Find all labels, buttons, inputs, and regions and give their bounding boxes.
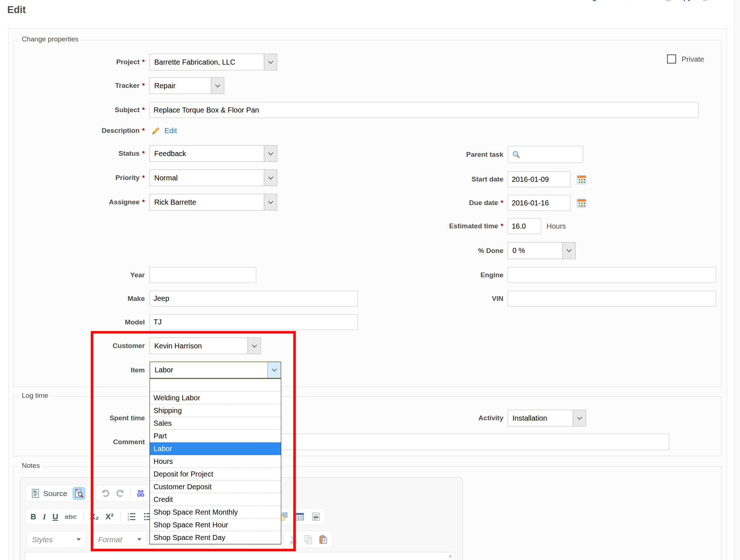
- estimated-time-suffix: Hours: [547, 222, 566, 230]
- status-select[interactable]: Feedback: [150, 145, 277, 162]
- item-option[interactable]: Hours: [150, 455, 281, 468]
- activity-select[interactable]: Installation: [508, 410, 586, 426]
- description-pencil-icon[interactable]: [151, 126, 161, 136]
- project-select[interactable]: Barrette Fabrication, LLC: [150, 54, 277, 70]
- parent-task-input[interactable]: [508, 146, 583, 163]
- subscript-icon[interactable]: X₂: [90, 512, 99, 522]
- pencil-icon: [541, 0, 548, 1]
- vin-input[interactable]: [508, 291, 716, 306]
- due-date-input[interactable]: [508, 195, 571, 211]
- chevron-down-icon: [264, 146, 277, 162]
- model-label: Model: [14, 314, 145, 330]
- make-input[interactable]: [150, 291, 358, 306]
- item-option[interactable]: Part: [150, 430, 281, 442]
- preview-button[interactable]: [73, 487, 85, 500]
- numbered-list-icon[interactable]: 123: [127, 512, 137, 522]
- customer-select[interactable]: Kevin Harrison: [150, 338, 261, 354]
- chevron-down-icon: [573, 410, 586, 426]
- engine-input[interactable]: [508, 267, 716, 283]
- item-option[interactable]: Sales: [150, 417, 281, 430]
- percent-done-label: % Done: [373, 242, 503, 259]
- chevron-down-icon: [562, 242, 575, 259]
- tracker-select[interactable]: Repair: [150, 77, 224, 94]
- vin-label: VIN: [373, 291, 503, 306]
- scroll-up-arrow[interactable]: ∧: [447, 553, 454, 560]
- toolbar-divider: [130, 489, 131, 499]
- start-date-calendar-icon[interactable]: [577, 175, 586, 184]
- horizontal-rule-icon[interactable]: [311, 512, 321, 522]
- item-dropdown-list: Welding LaborShippingSalesPartLaborHours…: [150, 379, 281, 544]
- copy-icon: [664, 0, 671, 1]
- estimated-time-input[interactable]: [508, 218, 541, 234]
- clock-plus-icon: [573, 0, 581, 1]
- notes-textarea[interactable]: ∧: [25, 552, 455, 560]
- log-time-legend: Log time: [19, 392, 51, 400]
- find-replace-icon[interactable]: [136, 489, 146, 498]
- item-option[interactable]: Deposit for Project: [150, 468, 281, 481]
- private-checkbox[interactable]: [667, 54, 676, 64]
- due-date-label: Due date*: [373, 195, 503, 211]
- trash-icon: [701, 0, 709, 1]
- customer-label: Customer: [14, 338, 145, 354]
- styles-dropdown[interactable]: Styles: [26, 531, 86, 548]
- copy-icon[interactable]: [303, 535, 313, 544]
- scrollbar-gutter[interactable]: [734, 0, 740, 560]
- svg-text:3: 3: [127, 518, 129, 521]
- year-input[interactable]: [150, 267, 256, 283]
- cut-icon[interactable]: [289, 535, 298, 544]
- document-search-icon: [74, 489, 84, 498]
- item-option[interactable]: Shop Space Rent Day: [150, 531, 281, 544]
- model-input[interactable]: [150, 314, 358, 330]
- item-option[interactable]: Welding Labor: [150, 392, 281, 404]
- description-edit-link[interactable]: Edit: [164, 127, 177, 135]
- item-select[interactable]: Labor: [150, 361, 281, 379]
- priority-label: Priority*: [14, 169, 145, 186]
- item-option[interactable]: Shop Space Rent Monthly: [150, 506, 281, 519]
- chevron-down-icon: [137, 538, 142, 541]
- log-time-link[interactable]: Log time: [573, 0, 613, 1]
- status-label: Status*: [14, 145, 145, 162]
- copy-link[interactable]: Copy: [664, 0, 692, 1]
- item-option[interactable]: Credit: [150, 493, 281, 506]
- issue-edit-page: Edit Log time Watch Copy Delete Edit Cha…: [0, 0, 740, 560]
- subject-input[interactable]: [150, 102, 699, 118]
- assignee-select[interactable]: Rick Barrette: [150, 194, 277, 210]
- notes-legend: Notes: [19, 462, 43, 470]
- chevron-down-icon: [211, 78, 224, 94]
- watch-link[interactable]: Watch: [623, 0, 654, 1]
- paste-icon[interactable]: [318, 535, 328, 544]
- project-label: Project*: [14, 54, 145, 70]
- start-date-input[interactable]: [508, 171, 571, 187]
- chevron-down-icon: [264, 170, 277, 186]
- private-label: Private: [682, 55, 704, 64]
- redo-icon[interactable]: [115, 489, 125, 498]
- due-date-calendar-icon[interactable]: [577, 198, 586, 208]
- item-option[interactable]: Shipping: [150, 404, 281, 417]
- toolbar-group-undo: [96, 485, 150, 502]
- chevron-down-icon: [248, 338, 261, 354]
- item-label: Item: [14, 361, 145, 379]
- estimated-time-label: Estimated time*: [373, 218, 503, 234]
- format-dropdown[interactable]: Format: [93, 531, 147, 548]
- edit-link[interactable]: Edit: [541, 0, 564, 1]
- delete-link[interactable]: Delete: [701, 0, 733, 1]
- italic-icon[interactable]: I: [43, 512, 46, 522]
- item-option[interactable]: Customer Deposit: [150, 481, 281, 493]
- search-icon: [512, 150, 520, 159]
- bold-icon[interactable]: B: [30, 512, 36, 522]
- year-label: Year: [14, 267, 145, 283]
- superscript-icon[interactable]: X²: [106, 512, 114, 522]
- undo-icon[interactable]: [101, 489, 110, 498]
- item-option[interactable]: [150, 379, 281, 392]
- context-toolbar: Edit Log time Watch Copy Delete: [541, 0, 733, 4]
- table-icon[interactable]: [295, 512, 304, 522]
- priority-select[interactable]: Normal: [150, 169, 277, 186]
- item-option[interactable]: Labor: [150, 442, 281, 455]
- strikethrough-icon[interactable]: abc: [65, 513, 77, 521]
- page-title: Edit: [7, 4, 26, 16]
- percent-done-select[interactable]: 0 %: [508, 242, 576, 259]
- toolbar-divider: [120, 512, 120, 522]
- source-button[interactable]: Source: [30, 489, 68, 498]
- underline-icon[interactable]: U: [52, 512, 58, 522]
- item-option[interactable]: Shop Space Rent Hour: [150, 519, 281, 531]
